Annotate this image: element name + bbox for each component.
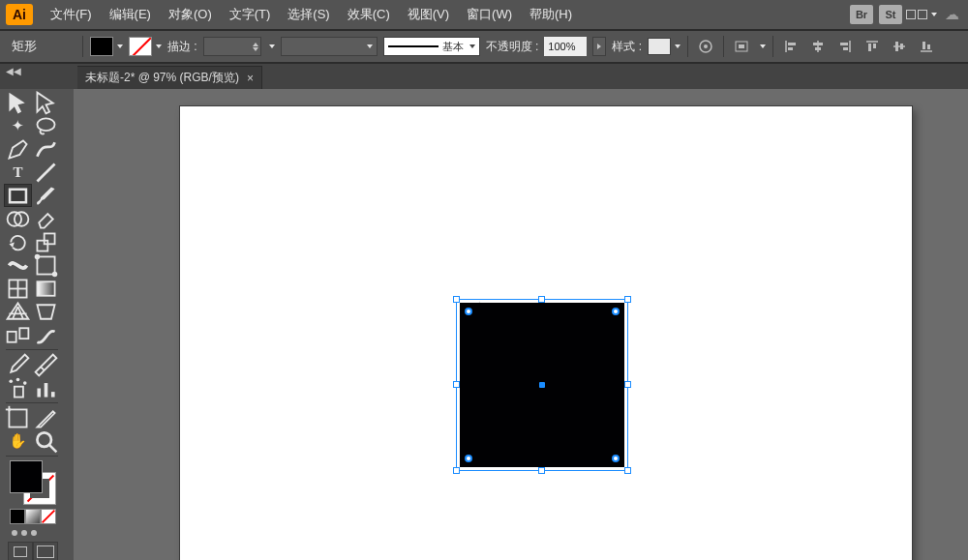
draw-normal-icon[interactable] — [12, 530, 17, 536]
eyedropper-tool[interactable] — [4, 353, 32, 376]
free-transform-tool[interactable] — [32, 253, 60, 277]
svg-line-38 — [41, 367, 45, 370]
resize-handle-e[interactable] — [624, 381, 631, 388]
chevron-down-icon[interactable] — [269, 44, 275, 48]
screen-mode-full[interactable] — [33, 542, 58, 560]
bridge-icon[interactable]: Br — [850, 5, 873, 24]
selected-rectangle[interactable] — [456, 299, 628, 471]
brush-definition-select[interactable]: 基本 — [383, 37, 480, 56]
width-tool[interactable] — [4, 253, 32, 277]
sync-icon[interactable]: ☁ — [939, 6, 964, 23]
warp-tool[interactable] — [32, 323, 60, 346]
paintbrush-tool[interactable] — [32, 184, 60, 207]
menu-type[interactable]: 文字(T) — [222, 2, 279, 27]
align-top-icon[interactable] — [862, 37, 883, 56]
resize-handle-se[interactable] — [624, 467, 631, 474]
stroke-control[interactable] — [129, 37, 162, 56]
selection-tool[interactable] — [4, 91, 32, 114]
artboard-tool[interactable] — [4, 406, 32, 429]
resize-handle-nw[interactable] — [453, 296, 460, 303]
scale-tool[interactable] — [32, 230, 60, 253]
zoom-tool[interactable] — [32, 429, 60, 453]
stroke-weight-input[interactable] — [203, 37, 261, 56]
svg-rect-14 — [868, 44, 871, 51]
align-hcenter-icon[interactable] — [807, 37, 829, 56]
align-bottom-icon[interactable] — [916, 37, 937, 56]
stock-icon[interactable]: St — [879, 5, 902, 24]
shape-builder-tool[interactable] — [4, 207, 32, 230]
measure-tool[interactable] — [32, 353, 60, 376]
stroke-label: 描边 : — [167, 39, 197, 55]
gradient-tool[interactable] — [32, 277, 60, 300]
fill-swatch[interactable] — [90, 37, 113, 56]
blend-tool[interactable] — [4, 323, 32, 346]
align-vcenter-icon[interactable] — [889, 37, 910, 56]
corner-widget-se[interactable] — [612, 455, 620, 462]
perspective-grid-tool[interactable] — [4, 300, 32, 323]
chevron-down-icon[interactable] — [760, 44, 766, 48]
opacity-more[interactable] — [592, 37, 606, 56]
style-swatch — [648, 38, 671, 55]
panel-collapse-icon[interactable]: ◀◀ — [6, 66, 21, 76]
fill-color-indicator[interactable] — [10, 460, 43, 493]
screen-mode-normal[interactable] — [8, 542, 33, 560]
center-point[interactable] — [539, 382, 545, 388]
resize-handle-n[interactable] — [538, 296, 545, 303]
curvature-tool[interactable] — [32, 137, 60, 161]
corner-widget-nw[interactable] — [465, 308, 472, 315]
menu-effect[interactable]: 效果(C) — [340, 2, 398, 27]
hand-tool[interactable]: ✋ — [4, 429, 32, 453]
align-to-selection-icon[interactable] — [731, 37, 752, 56]
separator — [772, 36, 773, 57]
canvas[interactable]: stem.com — [74, 89, 968, 560]
svg-rect-44 — [45, 383, 48, 398]
none-mode[interactable] — [41, 509, 56, 524]
perspective-selection-tool[interactable] — [32, 300, 60, 323]
direct-selection-tool[interactable] — [32, 91, 60, 114]
eraser-tool[interactable] — [32, 207, 60, 230]
lasso-tool[interactable] — [32, 114, 60, 137]
gradient-mode[interactable] — [25, 509, 41, 524]
draw-inside-icon[interactable] — [31, 530, 37, 536]
menu-select[interactable]: 选择(S) — [280, 2, 337, 27]
align-right-icon[interactable] — [834, 37, 856, 56]
corner-widget-ne[interactable] — [612, 308, 620, 315]
opacity-input[interactable]: 100% — [544, 37, 587, 56]
graphic-style-select[interactable] — [648, 38, 681, 55]
menu-object[interactable]: 对象(O) — [161, 2, 220, 27]
stroke-profile-select[interactable] — [281, 37, 378, 56]
mesh-tool[interactable] — [4, 277, 32, 300]
resize-handle-ne[interactable] — [624, 296, 631, 303]
rectangle-tool[interactable] — [4, 184, 32, 207]
line-tool[interactable] — [32, 161, 60, 184]
brush-preview — [388, 45, 439, 47]
svg-rect-8 — [813, 43, 823, 45]
menu-view[interactable]: 视图(V) — [400, 2, 457, 27]
menu-file[interactable]: 文件(F) — [43, 2, 100, 27]
column-graph-tool[interactable] — [32, 376, 60, 399]
solid-color-mode[interactable] — [10, 509, 25, 524]
pen-tool[interactable] — [4, 137, 32, 161]
arrange-documents-icon[interactable] — [906, 10, 937, 19]
menu-window[interactable]: 窗口(W) — [459, 2, 520, 27]
menu-help[interactable]: 帮助(H) — [522, 2, 580, 27]
fill-control[interactable] — [90, 37, 123, 56]
symbol-sprayer-tool[interactable] — [4, 376, 32, 399]
fill-stroke-indicator[interactable] — [10, 460, 56, 505]
document-tab[interactable]: 未标题-2* @ 97% (RGB/预览) × — [77, 66, 262, 89]
resize-handle-w[interactable] — [453, 381, 460, 388]
align-left-icon[interactable] — [780, 37, 802, 56]
close-icon[interactable]: × — [247, 72, 254, 85]
magic-wand-tool[interactable]: ✦ — [4, 114, 32, 137]
draw-behind-icon[interactable] — [21, 530, 27, 536]
slice-tool[interactable] — [32, 406, 60, 429]
corner-widget-sw[interactable] — [465, 455, 472, 462]
menu-edit[interactable]: 编辑(E) — [102, 2, 159, 27]
stroke-swatch[interactable] — [129, 37, 152, 56]
recolor-artwork-icon[interactable] — [695, 37, 716, 56]
resize-handle-s[interactable] — [538, 467, 545, 474]
rotate-tool[interactable] — [4, 230, 32, 253]
type-tool[interactable]: T — [4, 161, 32, 184]
svg-rect-35 — [37, 281, 54, 296]
resize-handle-sw[interactable] — [453, 467, 460, 474]
